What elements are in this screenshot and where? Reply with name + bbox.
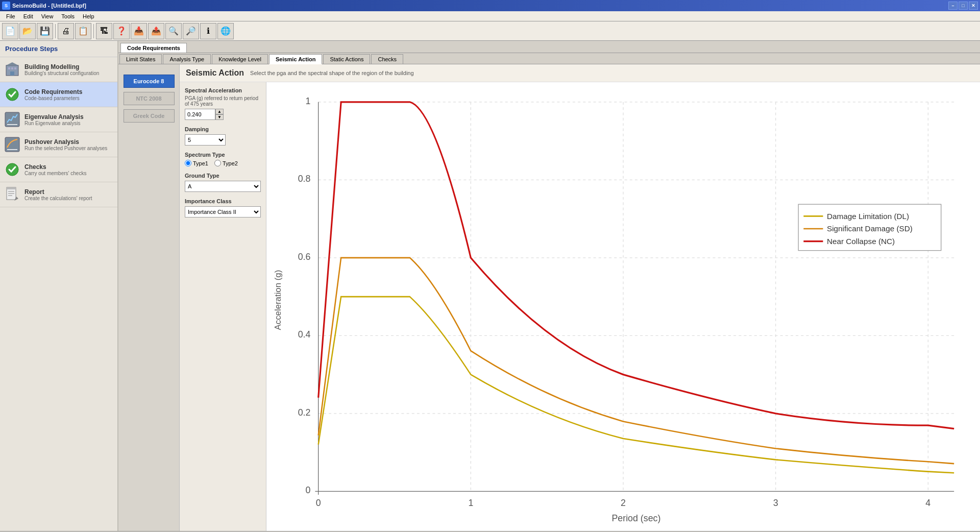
zoom-button[interactable]: 🔍	[165, 23, 182, 39]
damping-label: Damping	[185, 126, 261, 132]
building-modelling-title: Building Modelling	[24, 63, 113, 70]
svg-rect-2	[11, 67, 13, 69]
code-requirements-subtitle: Code-based parameters	[24, 95, 113, 101]
report-title: Report	[24, 188, 113, 196]
checks-subtitle: Carry out members' checks	[24, 171, 113, 176]
svg-text:2: 2	[621, 498, 626, 508]
svg-text:Damage Limitation (DL): Damage Limitation (DL)	[827, 211, 909, 220]
seismic-chart: 1 0.8 0.6 0.4 0.2 0 0 1 2 3 4	[266, 82, 980, 531]
type2-radio[interactable]	[214, 160, 221, 166]
spectral-acceleration-input[interactable]	[185, 109, 215, 120]
eigenvalue-text: Eigenvalue Analysis Run Eigenvalue analy…	[24, 113, 113, 126]
report-subtitle: Create the calculations' report	[24, 196, 113, 201]
sidebar: Procedure Steps Building Modelling Build…	[0, 41, 118, 531]
tab-code-requirements-header[interactable]: Code Requirements	[120, 43, 187, 53]
save-button[interactable]: 💾	[37, 23, 53, 39]
importance-class-label: Importance Class	[185, 198, 261, 204]
spinner-up[interactable]: ▲	[215, 109, 224, 114]
title-bar: S SeismoBuild - [Untitled.bpf] – □ ✕	[0, 0, 980, 11]
spinner-buttons: ▲ ▼	[215, 109, 224, 120]
chart-area: 1 0.8 0.6 0.4 0.2 0 0 1 2 3 4	[266, 82, 980, 531]
spinner-down[interactable]: ▼	[215, 114, 224, 120]
menu-view[interactable]: View	[37, 12, 58, 20]
spectrum-type-label: Spectrum Type	[185, 152, 261, 158]
sidebar-item-pushover-analysis[interactable]: Pushover Analysis Run the selected Pusho…	[0, 132, 117, 157]
code-requirements-title: Code Requirements	[24, 88, 113, 95]
eigenvalue-subtitle: Run Eigenvalue analysis	[24, 120, 113, 126]
damping-group: Damping 5 10 2	[185, 126, 261, 146]
ntc2008-button[interactable]: NTC 2008	[124, 92, 175, 105]
svg-rect-13	[7, 187, 16, 189]
svg-text:Near Collapse (NC): Near Collapse (NC)	[827, 237, 895, 246]
ground-type-select[interactable]: A B C D E	[185, 181, 261, 192]
greekcode-button[interactable]: Greek Code	[124, 109, 175, 123]
sidebar-item-building-modelling[interactable]: Building Modelling Building's structural…	[0, 57, 117, 82]
eurocode8-button[interactable]: Eurocode 8	[124, 75, 175, 88]
controls-panel: Spectral Acceleration PGA (g) referred t…	[180, 82, 266, 531]
type1-radio-label[interactable]: Type1	[185, 160, 208, 166]
sidebar-item-code-requirements[interactable]: Code Requirements Code-based parameters	[0, 82, 117, 107]
tab-analysis-type[interactable]: Analysis Type	[163, 54, 211, 64]
web-button[interactable]: 🌐	[217, 23, 234, 39]
info-button[interactable]: ℹ	[200, 23, 216, 39]
model-button[interactable]: 🏗	[96, 23, 112, 39]
pushover-subtitle: Run the selected Pushover analyses	[24, 146, 113, 151]
svg-text:Significant Damage (SD): Significant Damage (SD)	[827, 224, 913, 233]
building-modelling-text: Building Modelling Building's structural…	[24, 63, 113, 76]
svg-text:0.6: 0.6	[298, 252, 311, 262]
svg-rect-4	[10, 71, 14, 76]
svg-text:1: 1	[306, 96, 311, 106]
report-icon	[4, 186, 20, 203]
seismic-header: Seismic Action Select the pga and the sp…	[180, 64, 980, 82]
menu-file[interactable]: File	[2, 12, 19, 20]
tab-static-actions[interactable]: Static Actions	[323, 54, 370, 64]
importance-class-select[interactable]: Importance Class I Importance Class II I…	[185, 206, 261, 217]
code-panel: Eurocode 8 NTC 2008 Greek Code	[118, 64, 180, 531]
pushover-text: Pushover Analysis Run the selected Pusho…	[24, 138, 113, 151]
sidebar-item-eigenvalue-analysis[interactable]: Eigenvalue Analysis Run Eigenvalue analy…	[0, 107, 117, 132]
app-title: SeismoBuild - [Untitled.bpf]	[12, 3, 86, 9]
building-modelling-subtitle: Building's structural configuration	[24, 70, 113, 76]
seismic-content: Spectral Acceleration PGA (g) referred t…	[180, 82, 980, 531]
tab-knowledge-level[interactable]: Knowledge Level	[212, 54, 268, 64]
help-button[interactable]: ❓	[113, 23, 130, 39]
export-button[interactable]: 📤	[148, 23, 164, 39]
import-button[interactable]: 📥	[131, 23, 147, 39]
eigenvalue-title: Eigenvalue Analysis	[24, 113, 113, 120]
print-button[interactable]: 🖨	[58, 23, 74, 39]
open-button[interactable]: 📂	[19, 23, 36, 39]
search-button[interactable]: 🔎	[183, 23, 199, 39]
menu-help[interactable]: Help	[79, 12, 99, 20]
right-panel: Seismic Action Select the pga and the sp…	[180, 64, 980, 531]
spectral-acceleration-sublabel: PGA (g) referred to return period of 475…	[185, 95, 261, 107]
maximize-button[interactable]: □	[959, 2, 968, 10]
print-preview-button[interactable]: 📋	[75, 23, 91, 39]
tab-seismic-action[interactable]: Seismic Action	[269, 54, 322, 64]
close-button[interactable]: ✕	[969, 2, 978, 10]
menu-edit[interactable]: Edit	[19, 12, 37, 20]
report-text: Report Create the calculations' report	[24, 188, 113, 201]
checks-text: Checks Carry out members' checks	[24, 163, 113, 176]
svg-text:4: 4	[925, 498, 930, 508]
toolbar-sep2	[93, 24, 94, 38]
pushover-title: Pushover Analysis	[24, 138, 113, 146]
sidebar-item-checks[interactable]: Checks Carry out members' checks	[0, 157, 117, 182]
tab-checks[interactable]: Checks	[371, 54, 403, 64]
sidebar-item-report[interactable]: Report Create the calculations' report	[0, 182, 117, 207]
code-requirements-icon	[4, 86, 20, 103]
content-area: Code Requirements Limit States Analysis …	[118, 41, 980, 531]
tab-limit-states[interactable]: Limit States	[119, 54, 162, 64]
title-bar-left: S SeismoBuild - [Untitled.bpf]	[2, 2, 86, 10]
spectral-acceleration-group: Spectral Acceleration PGA (g) referred t…	[185, 87, 261, 120]
damping-select[interactable]: 5 10 2	[185, 134, 226, 146]
type1-radio[interactable]	[185, 160, 191, 166]
svg-text:Acceleration (g): Acceleration (g)	[273, 270, 283, 330]
toolbar-sep1	[55, 24, 56, 38]
svg-rect-1	[8, 67, 10, 69]
new-button[interactable]: 📄	[2, 23, 18, 39]
svg-marker-5	[6, 62, 18, 65]
app-icon: S	[2, 2, 10, 10]
menu-tools[interactable]: Tools	[57, 12, 79, 20]
type2-radio-label[interactable]: Type2	[214, 160, 238, 166]
minimize-button[interactable]: –	[948, 2, 958, 10]
